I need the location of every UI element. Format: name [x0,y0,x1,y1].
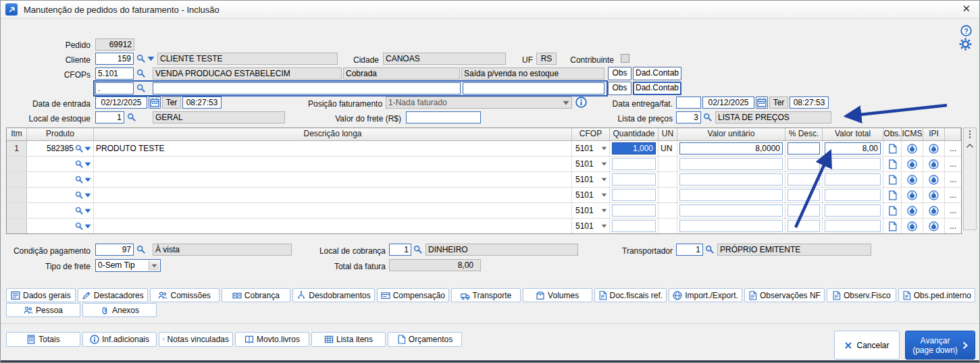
valor-frete-field[interactable] [406,111,481,123]
icms-cell[interactable] [902,188,923,202]
posicao-combobox[interactable]: 1-Nada faturado [386,96,572,109]
discount-input[interactable] [788,142,820,155]
money-bag-icon[interactable] [907,221,917,231]
obs-button[interactable]: Obs [608,82,631,95]
document-icon[interactable] [888,190,897,200]
document-icon[interactable] [888,221,897,231]
lista-itens-button[interactable]: Lista itens [311,332,386,347]
obs-cell[interactable] [883,157,902,171]
ipi-cell[interactable] [923,203,945,218]
unit-price-input[interactable] [679,158,783,170]
money-bag-icon[interactable] [929,144,939,154]
search-icon[interactable] [705,245,714,254]
unit-price-input[interactable] [679,204,783,217]
volumes-button[interactable]: Volumes [523,288,592,302]
icms-cell[interactable] [902,219,923,233]
comissoes-button[interactable]: Comissões [150,288,220,302]
compensacao-button[interactable]: Compensação [377,288,449,302]
total-input[interactable] [825,173,881,186]
more-cell[interactable]: ... [945,172,961,187]
import-export-button[interactable]: Import./Export. [669,288,742,302]
cobranca-code-field[interactable]: 1 [389,244,411,256]
cfop2-desc-field[interactable] [153,82,461,94]
ipi-cell[interactable] [923,157,945,171]
chevron-down-icon[interactable] [84,193,91,198]
description-cell[interactable] [94,157,572,171]
document-icon[interactable] [888,159,897,169]
discount-input[interactable] [788,189,820,201]
obs-ped-interno-button[interactable]: Obs.ped.interno [898,288,975,302]
chevron-down-icon[interactable] [84,177,91,182]
ipi-cell[interactable] [923,188,945,202]
quantity-input[interactable]: 1,000 [612,142,656,155]
gear-icon[interactable] [959,38,972,51]
chevron-down-icon[interactable] [601,177,607,182]
money-bag-icon[interactable] [907,206,917,216]
total-input[interactable]: 8,00 [825,142,881,155]
kebab-menu-icon[interactable] [968,130,972,139]
document-icon[interactable] [888,206,897,216]
cfop-cell[interactable]: 5101 [572,188,610,202]
product-cell[interactable] [27,157,94,171]
quantity-input[interactable] [612,158,656,170]
icms-cell[interactable] [902,157,923,171]
dad-contab-button[interactable]: Dad.Contab [633,67,681,80]
destacadores-button[interactable]: Destacadores [78,288,148,302]
calendar-icon[interactable] [756,96,768,109]
obs-cell[interactable] [883,219,902,233]
discount-input[interactable] [788,220,820,232]
movto-livros-button[interactable]: Movto.livros [235,332,309,347]
search-icon[interactable] [136,84,145,92]
document-icon[interactable] [888,175,897,185]
quantity-input[interactable] [612,204,656,217]
unit-price-input[interactable]: 8,0000 [679,142,783,155]
doc-fiscais-button[interactable]: Doc.fiscais ref. [594,288,667,302]
anexos-button[interactable]: Anexos [82,303,157,317]
product-cell[interactable] [27,219,94,233]
money-bag-icon[interactable] [907,144,917,154]
product-cell[interactable] [27,172,94,187]
chevron-down-icon[interactable] [601,208,607,213]
unit-price-input[interactable] [679,220,783,232]
money-bag-icon[interactable] [929,159,939,169]
more-cell[interactable]: ... [945,157,961,171]
discount-input[interactable] [788,158,820,170]
dad-contab-button[interactable]: Dad.Contab [633,82,681,95]
money-bag-icon[interactable] [929,190,939,200]
contribuinte-checkbox[interactable] [621,54,629,63]
quantity-input[interactable] [612,220,656,232]
desdobramentos-button[interactable]: Desdobramentos [292,288,374,302]
cfop-cell[interactable]: 5101 [572,157,610,171]
scroll-up-icon[interactable] [966,143,974,148]
obs-cell[interactable] [883,141,902,156]
search-icon[interactable] [127,113,136,121]
product-cell[interactable] [27,188,94,202]
ipi-cell[interactable] [923,141,945,156]
obs-cell[interactable] [883,172,902,187]
more-cell[interactable]: ... [945,203,961,218]
observ-fisco-button[interactable]: Observ.Fisco [827,288,896,302]
cfop1-code-field[interactable]: 5.101 [95,67,134,80]
cfop-cell[interactable]: 5101 [572,203,610,218]
obs-cell[interactable] [883,188,902,202]
total-input[interactable] [825,220,881,232]
obs-cell[interactable] [883,203,902,218]
money-bag-icon[interactable] [929,206,939,216]
time-field[interactable]: 08:27:53 [182,96,222,109]
pessoa-button[interactable]: Pessoa [6,303,80,317]
icms-cell[interactable] [902,203,923,218]
quantity-input[interactable] [612,189,656,201]
chevron-down-icon[interactable] [147,56,155,61]
chevron-down-icon[interactable] [149,260,159,271]
money-bag-icon[interactable] [907,175,917,185]
icms-cell[interactable] [902,141,923,156]
total-input[interactable] [825,158,881,170]
description-cell[interactable] [94,219,572,233]
quantity-input[interactable] [612,173,656,186]
search-icon[interactable] [136,54,145,63]
calendar-icon[interactable] [149,96,161,109]
info-icon[interactable] [575,96,587,108]
help-icon[interactable] [960,25,972,36]
description-cell[interactable]: PRODUTO TESTE [94,141,572,156]
money-bag-icon[interactable] [929,175,939,185]
